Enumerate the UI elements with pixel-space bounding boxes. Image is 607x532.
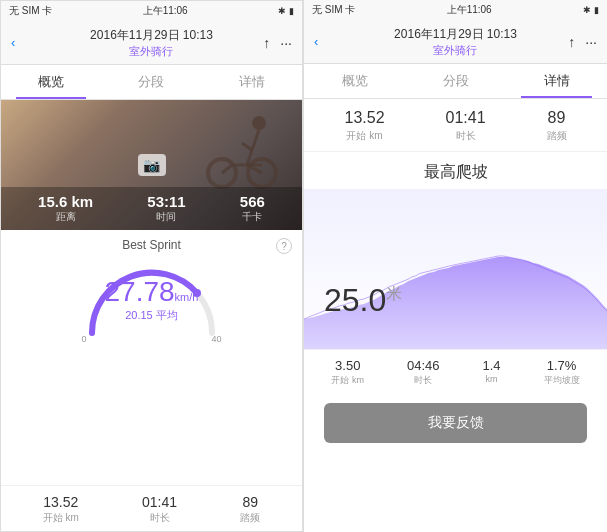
- carrier-right: 无 SIM 卡: [312, 3, 355, 17]
- tabs-right: 概览 分段 详情: [304, 64, 607, 99]
- right-stat-1-label: 时长: [446, 129, 486, 143]
- climb-stat-3-label: 平均坡度: [544, 374, 580, 387]
- gauge-value-area: 27.78km/h 20.15 平均: [92, 278, 212, 323]
- nav-center-right: 2016年11月29日 10:13 室外骑行: [394, 26, 517, 58]
- feedback-button[interactable]: 我要反馈: [324, 403, 587, 443]
- upload-icon-right[interactable]: ↑: [568, 34, 575, 50]
- bottom-stat-1: 01:41 时长: [142, 494, 177, 525]
- hero-stat-calories: 566 千卡: [240, 193, 265, 224]
- bluetooth-icon-right: ✱: [583, 5, 591, 15]
- hero-stat-time: 53:11 时间: [147, 193, 185, 224]
- climb-stat-2-label: km: [482, 374, 500, 384]
- time-left: 上午11:06: [143, 4, 188, 18]
- gauge-container: 27.78km/h 20.15 平均: [82, 258, 222, 338]
- svg-point-0: [252, 116, 266, 130]
- right-stat-0-value: 13.52: [344, 109, 384, 127]
- nav-subtitle-left: 室外骑行: [90, 44, 213, 59]
- sprint-avg: 20.15 平均: [92, 308, 212, 323]
- nav-bar-right: ‹ 2016年11月29日 10:13 室外骑行 ↑ ···: [304, 20, 607, 64]
- battery-icon-left: ▮: [289, 6, 294, 16]
- nav-actions-left: ↑ ···: [263, 35, 292, 51]
- hero-distance-value: 15.6 km: [38, 193, 93, 210]
- upload-icon-left[interactable]: ↑: [263, 35, 270, 51]
- nav-actions-right: ↑ ···: [568, 34, 597, 50]
- climb-stat-1: 04:46 时长: [407, 358, 440, 387]
- tab-overview-right[interactable]: 概览: [304, 64, 405, 98]
- bottom-stats-left: 13.52 开始 km 01:41 时长 89 踏频: [1, 485, 302, 531]
- climb-stat-0-label: 开始 km: [331, 374, 364, 387]
- sprint-speed-value: 27.78: [105, 276, 175, 307]
- elevation-value: 25.0米: [324, 282, 402, 319]
- help-icon[interactable]: ?: [276, 238, 292, 254]
- status-right-left: ✱ ▮: [278, 6, 294, 16]
- tab-details-right[interactable]: 详情: [506, 64, 607, 98]
- back-chevron-left: ‹: [11, 35, 15, 50]
- right-stat-2-value: 89: [547, 109, 567, 127]
- right-stat-1: 01:41 时长: [446, 109, 486, 143]
- tab-overview-left[interactable]: 概览: [1, 65, 101, 99]
- right-stat-2-label: 踏频: [547, 129, 567, 143]
- hero-calories-label: 千卡: [240, 210, 265, 224]
- right-top-stats: 13.52 开始 km 01:41 时长 89 踏频: [304, 99, 607, 152]
- left-phone: 无 SIM 卡 上午11:06 ✱ ▮ ‹ 2016年11月29日 10:13 …: [0, 0, 303, 532]
- right-stat-0-label: 开始 km: [344, 129, 384, 143]
- status-right-right: ✱ ▮: [583, 5, 599, 15]
- right-stat-1-value: 01:41: [446, 109, 486, 127]
- tab-segments-right[interactable]: 分段: [405, 64, 506, 98]
- climb-stat-1-label: 时长: [407, 374, 440, 387]
- hero-stats: 15.6 km 距离 53:11 时间 566 千卡: [1, 187, 302, 230]
- back-button-right[interactable]: ‹: [314, 34, 318, 49]
- back-chevron-right: ‹: [314, 34, 318, 49]
- battery-icon-right: ▮: [594, 5, 599, 15]
- bottom-stat-0: 13.52 开始 km: [43, 494, 79, 525]
- climb-bottom-stats: 3.50 开始 km 04:46 时长 1.4 km 1.7% 平均坡度: [304, 349, 607, 395]
- hero-image-left: 📷 15.6 km 距离 53:11 时间 566 千卡: [1, 100, 302, 230]
- climb-stat-3-value: 1.7%: [544, 358, 580, 373]
- climb-stat-0-value: 3.50: [331, 358, 364, 373]
- hero-distance-label: 距离: [38, 210, 93, 224]
- hero-time-value: 53:11: [147, 193, 185, 210]
- tabs-left: 概览 分段 详情: [1, 65, 302, 100]
- elevation-unit: 米: [386, 285, 402, 302]
- climb-stat-2-value: 1.4: [482, 358, 500, 373]
- camera-icon[interactable]: 📷: [138, 154, 166, 176]
- status-left: 无 SIM 卡: [9, 4, 52, 18]
- climb-stat-1-value: 04:46: [407, 358, 440, 373]
- bottom-stat-2-value: 89: [240, 494, 260, 510]
- right-phone: 无 SIM 卡 上午11:06 ✱ ▮ ‹ 2016年11月29日 10:13 …: [303, 0, 607, 532]
- bottom-stat-2: 89 踏频: [240, 494, 260, 525]
- nav-center-left: 2016年11月29日 10:13 室外骑行: [90, 27, 213, 59]
- tab-segments-left[interactable]: 分段: [101, 65, 201, 99]
- more-icon-left[interactable]: ···: [280, 35, 292, 51]
- nav-bar-left: ‹ 2016年11月29日 10:13 室外骑行 ↑ ···: [1, 21, 302, 65]
- hero-stat-distance: 15.6 km 距离: [38, 193, 93, 224]
- bottom-stat-0-label: 开始 km: [43, 511, 79, 525]
- status-bar-left: 无 SIM 卡 上午11:06 ✱ ▮: [1, 1, 302, 21]
- status-left-right: 无 SIM 卡: [312, 3, 355, 17]
- climb-stat-2: 1.4 km: [482, 358, 500, 387]
- time-right: 上午11:06: [447, 3, 492, 17]
- cyclist-icon: [197, 115, 287, 190]
- right-stat-2: 89 踏频: [547, 109, 567, 143]
- bluetooth-icon-left: ✱: [278, 6, 286, 16]
- hero-calories-value: 566: [240, 193, 265, 210]
- nav-subtitle-right: 室外骑行: [394, 43, 517, 58]
- svg-line-1: [252, 130, 259, 150]
- bottom-stat-1-label: 时长: [142, 511, 177, 525]
- elevation-chart: 25.0米: [304, 189, 607, 349]
- sprint-title: Best Sprint: [122, 238, 181, 252]
- more-icon-right[interactable]: ···: [585, 34, 597, 50]
- sprint-unit: km/h: [175, 291, 199, 303]
- status-bar-right: 无 SIM 卡 上午11:06 ✱ ▮: [304, 0, 607, 20]
- back-button-left[interactable]: ‹: [11, 35, 15, 50]
- bottom-stat-2-label: 踏频: [240, 511, 260, 525]
- climb-title: 最高爬坡: [304, 152, 607, 189]
- sprint-section: ? Best Sprint 27.78km/h 20.15 平均 0 40: [1, 230, 302, 485]
- carrier-left: 无 SIM 卡: [9, 4, 52, 18]
- svg-line-8: [222, 165, 232, 173]
- right-stat-0: 13.52 开始 km: [344, 109, 384, 143]
- hero-time-label: 时间: [147, 210, 185, 224]
- svg-line-2: [242, 143, 252, 150]
- tab-details-left[interactable]: 详情: [202, 65, 302, 99]
- climb-stat-3: 1.7% 平均坡度: [544, 358, 580, 387]
